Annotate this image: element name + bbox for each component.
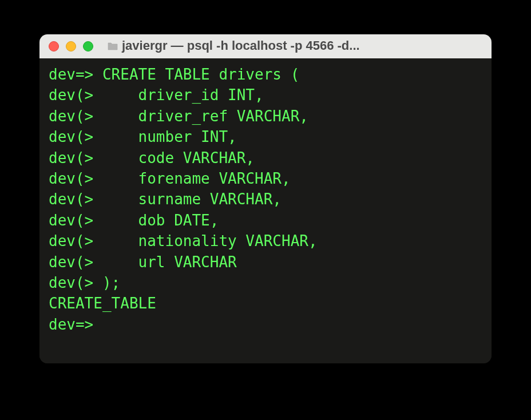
terminal-line: dev(> number INT, — [49, 126, 482, 147]
terminal-line: dev(> driver_ref VARCHAR, — [49, 106, 482, 126]
terminal-line: dev(> ); — [49, 272, 482, 293]
terminal-line: dev(> forename VARCHAR, — [49, 168, 482, 189]
terminal-line: dev=> — [49, 314, 482, 335]
traffic-lights — [49, 41, 93, 51]
terminal-line: dev(> dob DATE, — [49, 210, 482, 231]
folder-icon — [107, 39, 118, 54]
terminal-line: CREATE_TABLE — [49, 293, 482, 314]
title-bar: javiergr — psql -h localhost -p 4566 -d.… — [39, 34, 492, 58]
maximize-button[interactable] — [83, 41, 93, 51]
window-title: javiergr — psql -h localhost -p 4566 -d.… — [100, 38, 482, 54]
terminal-line: dev(> url VARCHAR — [49, 252, 482, 272]
terminal-line: dev=> CREATE TABLE drivers ( — [49, 64, 482, 85]
terminal-line: dev(> nationality VARCHAR, — [49, 231, 482, 251]
terminal-line: dev(> surname VARCHAR, — [49, 189, 482, 209]
terminal-window: javiergr — psql -h localhost -p 4566 -d.… — [39, 34, 492, 363]
close-button[interactable] — [49, 41, 59, 51]
terminal-line: dev(> code VARCHAR, — [49, 148, 482, 168]
window-title-text: javiergr — psql -h localhost -p 4566 -d.… — [122, 38, 360, 53]
terminal-line: dev(> driver_id INT, — [49, 85, 482, 105]
terminal-body[interactable]: dev=> CREATE TABLE drivers ( dev(> drive… — [39, 58, 492, 363]
minimize-button[interactable] — [66, 41, 76, 51]
